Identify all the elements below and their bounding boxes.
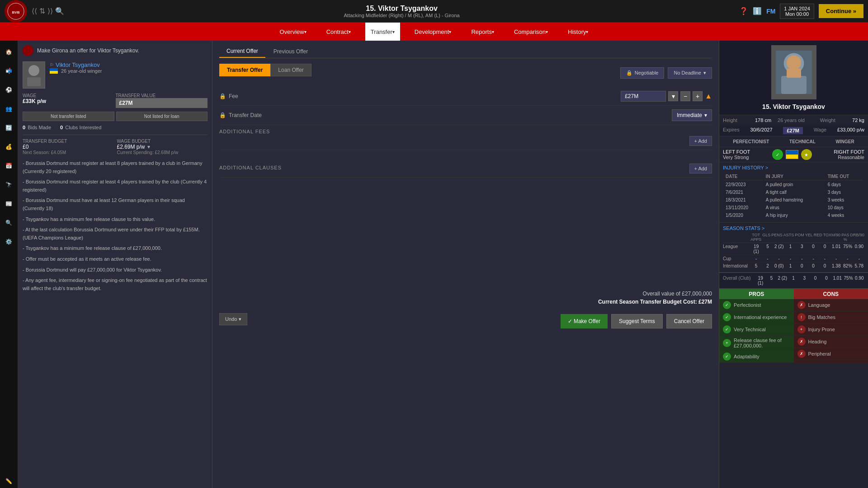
player-name-left[interactable]: Viktor Tsygankov [56, 61, 100, 68]
fee-decrease-btn[interactable]: − [680, 91, 690, 101]
main-content: Make Girona an offer for Viktor Tsyganko… [18, 41, 868, 488]
nav-arrows[interactable]: ⟨⟨ ⇅ ⟩⟩ 🔍 [32, 7, 64, 15]
additional-clauses-section: ADDITIONAL CLAUSES + Add [219, 164, 712, 178]
player-header-name: 15. Viktor Tsygankov [64, 5, 739, 13]
help-icon[interactable]: ❓ [739, 7, 748, 15]
note-4: - Tsygankov has a minimum fee release cl… [23, 216, 208, 224]
svg-text:BVB: BVB [12, 10, 20, 14]
height-val: 178 cm [746, 116, 774, 124]
search-btn[interactable]: 🔍 [55, 7, 64, 15]
loan-offer-btn[interactable]: Loan Offer [270, 64, 311, 76]
side-settings[interactable]: ⚙️ [2, 235, 16, 249]
note-6: - Tsygankov has a minimum fee release cl… [23, 244, 208, 253]
wage-budget-sub: Current Spending: £2.68M p/w [117, 150, 208, 155]
side-squad[interactable]: 👥 [2, 102, 16, 116]
wage-budget: WAGE BUDGET £2.69M p/w ▾ Current Spendin… [117, 139, 208, 155]
make-offer-btn[interactable]: ✓ Make Offer [561, 314, 608, 328]
nav-bar: Overview Contract Transfer Development R… [0, 23, 868, 41]
side-search[interactable]: 🔍 [2, 216, 16, 230]
player-avatar-left [23, 61, 45, 89]
not-listed-for-loan-btn: Not listed for loan [116, 112, 208, 121]
fee-dropdown-btn[interactable]: ▾ [668, 91, 678, 101]
side-schedule[interactable]: 📅 [2, 159, 16, 173]
attributes-row: PERFECTIONIST TECHNICAL WINGER [719, 136, 868, 147]
side-tactics[interactable]: ⚽ [2, 83, 16, 97]
player-details: ⚐ Viktor Tsygankov 26 year-old winger [50, 61, 102, 89]
make-offer-header: Make Girona an offer for Viktor Tsyganko… [23, 45, 208, 56]
side-news[interactable]: 📰 [2, 197, 16, 211]
nav-reports[interactable]: Reports [466, 23, 500, 41]
add-clauses-btn[interactable]: + Add [689, 164, 712, 174]
wage-value: £33K p/w [23, 98, 115, 104]
no-deadline-btn[interactable]: No Deadline ▾ [668, 67, 712, 79]
side-finances[interactable]: 💰 [2, 140, 16, 154]
not-transfer-listed-btn: Not transfer listed [23, 112, 114, 121]
nav-overview[interactable]: Overview [274, 23, 312, 41]
wage-label-right: Wage [814, 127, 826, 134]
nav-comparison[interactable]: Comparison [509, 23, 553, 41]
girona-logo [23, 45, 33, 56]
side-transfers[interactable]: 🔄 [2, 121, 16, 135]
side-icons: 🏠 📬 ⚽ 👥 🔄 💰 📅 🔭 📰 🔍 ⚙️ ✏️ [0, 41, 18, 488]
make-offer-text: Make Girona an offer for Viktor Tsyganko… [37, 47, 139, 54]
immediate-select[interactable]: Immediate ▾ [672, 109, 712, 121]
back-btn[interactable]: ⟨⟨ [32, 7, 37, 15]
injury-history-title[interactable]: INJURY HISTORY > [723, 165, 864, 170]
injury-row-2: 7/6/2021 A tight calf 3 days [724, 189, 863, 196]
wage-label: WAGE [23, 93, 115, 98]
con-language-icon: ✗ [797, 301, 806, 309]
fee-increase-btn[interactable]: + [693, 91, 703, 101]
info-icon[interactable]: ℹ️ [753, 7, 762, 15]
additional-fees-label: ADDITIONAL FEES [219, 129, 712, 134]
weight-label: Weight [817, 116, 844, 124]
nav-transfer[interactable]: Transfer [365, 23, 400, 41]
stats-grid: WAGE £33K p/w TRANSFER VALUE £27M [23, 93, 208, 108]
cancel-offer-btn[interactable]: Cancel Offer [666, 314, 712, 328]
side-inbox[interactable]: 📬 [2, 64, 16, 78]
con-injury-prone: + Injury Prone [794, 324, 868, 336]
pro-release-icon: + [723, 339, 731, 347]
left-foot: LEFT FOOT Very Strong [723, 149, 750, 160]
fee-input[interactable] [621, 91, 666, 102]
side-scout[interactable]: 🔭 [2, 178, 16, 192]
contract-row: Expires 30/6/2027 £27M Wage £33,000 p/w [719, 125, 868, 136]
pros-section: PROS ✓ Perfectionist ✓ International exp… [719, 289, 794, 363]
nav-development[interactable]: Development [409, 23, 457, 41]
transfer-date-row: 🔒 Transfer Date Immediate ▾ [219, 106, 712, 125]
fee-warning-icon: ▲ [705, 92, 712, 100]
negotiable-btn[interactable]: 🔒 Negotiable [620, 67, 665, 79]
side-extra[interactable]: ✏️ [2, 474, 16, 488]
nav-up-btn[interactable]: ⇅ [39, 7, 45, 15]
foot-flags: LEFT FOOT Very Strong ✓ ★ RIGHT FOOT Rea… [719, 147, 868, 162]
note-3: - Borussia Dortmund must have at least 1… [23, 197, 208, 212]
stats-row-international: International 5 2 0 (0) 1 0 0 0 1.38 82%… [723, 263, 864, 269]
current-offer-tab[interactable]: Current Offer [219, 45, 265, 58]
nav-history[interactable]: History [562, 23, 594, 41]
transfer-date-controls: Immediate ▾ [672, 109, 712, 121]
wage-dropdown-arrow[interactable]: ▾ [147, 144, 150, 150]
continue-button[interactable]: Continue » [819, 4, 863, 18]
pros-cons: PROS ✓ Perfectionist ✓ International exp… [719, 289, 868, 363]
previous-offer-tab[interactable]: Previous Offer [266, 45, 315, 58]
nav-contract[interactable]: Contract [321, 23, 356, 41]
forward-btn[interactable]: ⟩⟩ [47, 7, 53, 15]
season-stats-title[interactable]: SEASON STATS > [723, 225, 864, 231]
expires-label: Expires [723, 127, 740, 134]
suggest-terms-btn[interactable]: Suggest Terms [611, 314, 663, 328]
overall-stats-row: Overall (Club) 19 (1) 5 2 (2) 1 3 0 0 1.… [723, 275, 864, 286]
age-label-right: 26 years old [775, 116, 816, 124]
con-big-matches-icon: ! [797, 313, 806, 321]
transfer-value-right: £27M [783, 127, 803, 134]
transfer-offer-btn[interactable]: Transfer Offer [219, 64, 270, 76]
add-fees-btn[interactable]: + Add [689, 136, 712, 146]
budget-cost: Current Season Transfer Budget Cost: £27… [219, 299, 712, 305]
wage-budget-row: £2.69M p/w ▾ [117, 144, 208, 150]
undo-btn[interactable]: Undo ▾ [219, 313, 247, 325]
svg-rect-8 [787, 69, 801, 78]
con-heading: ✗ Heading [794, 336, 868, 348]
clubs-interested: 0 Clubs Interested [60, 125, 101, 130]
side-home[interactable]: 🏠 [2, 45, 16, 59]
no-deadline-arrow: ▾ [703, 70, 706, 76]
injury-row-3: 18/3/2021 A pulled hamstring 3 weeks [724, 197, 863, 203]
wage-val-right: £33,000 p/w [837, 127, 864, 134]
